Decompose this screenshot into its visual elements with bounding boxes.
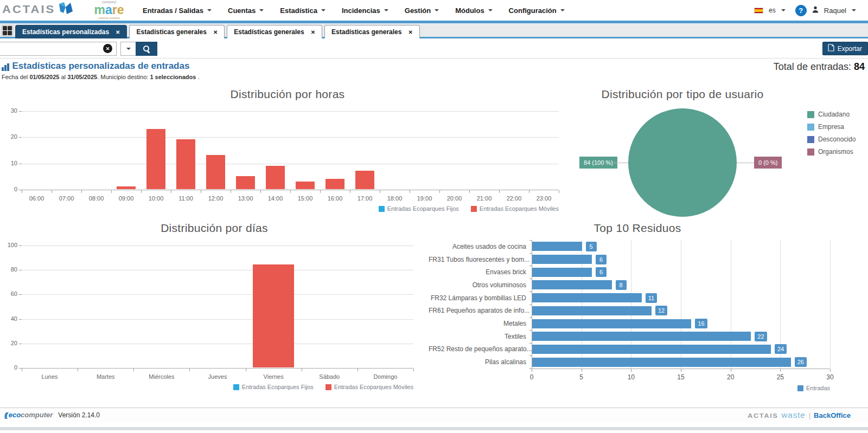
x-axis-label: 13:00 <box>231 195 260 202</box>
x-axis-tick <box>410 190 410 193</box>
y-axis-tick-label: 60 <box>1 290 17 297</box>
bar-otros-voluminosos <box>532 280 612 289</box>
y-axis-tick <box>19 137 22 138</box>
tab-close-icon[interactable] <box>116 29 120 35</box>
tab-0[interactable]: Estadísticas personalizadas <box>15 25 127 38</box>
x-axis-tick <box>582 369 582 372</box>
x-axis-tick <box>260 190 261 193</box>
chart-legend: CiudadanoEmpresaDesconocidoOrganismos <box>807 111 856 156</box>
export-pdf-icon <box>828 44 834 53</box>
menu-item-estad-stica[interactable]: Estadística <box>280 7 326 15</box>
x-axis-tick <box>81 190 82 193</box>
legend-swatch <box>807 111 814 118</box>
menu-item-cuentas[interactable]: Cuentas <box>228 7 264 15</box>
y-axis-tick <box>19 294 22 295</box>
category-label: Aceites usados de cocina <box>429 243 526 250</box>
bar-chart-icon <box>2 64 9 72</box>
x-axis-tick <box>171 190 171 193</box>
legend-swatch <box>807 148 814 156</box>
tab-close-icon[interactable] <box>311 29 315 35</box>
x-axis-label: 07:00 <box>52 195 81 202</box>
user-icon <box>812 5 819 15</box>
x-axis-label: Lunes <box>22 373 78 380</box>
x-axis-label: 18:00 <box>380 195 410 202</box>
gridline <box>22 164 559 164</box>
y-axis-tick-label: 30 <box>1 107 17 114</box>
legend-item: Entradas Ecoparques Fijos <box>379 205 459 212</box>
x-axis-tick <box>290 190 291 193</box>
language-dropdown-caret-icon[interactable] <box>781 9 786 11</box>
menu-item-configuraci-n[interactable]: Configuración <box>509 7 565 15</box>
page-title: Estadísticas personalizadas de entradas <box>12 61 190 72</box>
tab-1[interactable]: Estadísticas generales <box>129 25 225 38</box>
bar-value-label: 5 <box>586 242 597 251</box>
category-label: Envases brick <box>429 268 526 276</box>
chart-top-10-residuos: Top 10 Residuos5668111216222426051015202… <box>429 219 868 398</box>
export-button-label: Exportar <box>838 45 862 53</box>
bar-Viernes <box>253 264 293 367</box>
application-window: ACTAIS consorci mare marina residus Entr… <box>0 0 868 433</box>
legend-item-organismos: Organismos <box>807 148 856 156</box>
tab-overview-grid-icon[interactable] <box>2 25 13 36</box>
x-axis-tick <box>231 190 231 193</box>
y-axis-tick-label: 0 <box>1 186 17 192</box>
x-axis-label: Viernes <box>246 373 302 380</box>
tab-2[interactable]: Estadísticas generales <box>227 25 322 38</box>
menu-item-m-dulos[interactable]: Módulos <box>455 7 492 15</box>
mare-letter: m <box>94 3 105 17</box>
category-tick <box>529 343 532 344</box>
total-entries: Total de entradas: 84 <box>774 61 865 73</box>
actais-logo-text: ACTAIS <box>2 3 55 16</box>
user-dropdown-caret-icon[interactable] <box>852 9 856 11</box>
tab-close-icon[interactable] <box>213 29 218 35</box>
legend-label: Entradas <box>806 385 830 391</box>
bar-fr31-tubos-fluorescentes-y-bom- <box>532 255 592 264</box>
x-axis-tick <box>529 190 529 193</box>
total-entries-value: 84 <box>854 61 865 72</box>
x-axis-tick <box>350 190 350 193</box>
x-axis-tick-label: 30 <box>822 373 838 381</box>
y-axis-tick <box>19 270 22 270</box>
menu-item-entradas-salidas[interactable]: Entradas / Salidas <box>143 7 212 15</box>
legend-swatch <box>807 124 814 131</box>
x-axis-label: 15:00 <box>290 195 320 202</box>
search-button[interactable] <box>136 42 157 56</box>
menu-item-label: Entradas / Salidas <box>143 7 203 15</box>
x-axis-label: Domingo <box>358 373 413 380</box>
x-axis-label: Sábado <box>302 373 358 380</box>
legend-swatch <box>807 136 814 143</box>
x-axis-tick <box>380 190 380 193</box>
clear-search-icon[interactable] <box>103 44 112 53</box>
search-options-dropdown[interactable] <box>120 42 136 56</box>
user-name[interactable]: Raquel <box>824 7 846 15</box>
export-button[interactable]: Exportar <box>822 42 868 55</box>
x-axis-label: Miércoles <box>133 373 189 380</box>
x-axis-tick <box>141 190 142 193</box>
menu-item-label: Cuentas <box>228 7 256 15</box>
menu-caret-icon <box>384 9 388 11</box>
x-axis-tick <box>413 369 414 371</box>
legend-swatch <box>471 206 477 212</box>
search-input[interactable] <box>0 42 117 56</box>
chart-distribucion-por-dias: Distribución por días020406080100LunesMa… <box>0 219 429 398</box>
menu-item-gesti-n[interactable]: Gestión <box>405 7 439 15</box>
municipio-selected: 1 seleccionados <box>150 74 196 80</box>
tab-3[interactable]: Estadísticas generales <box>324 25 420 38</box>
x-axis-tick <box>320 190 321 193</box>
menu-item-label: Estadística <box>280 7 317 15</box>
bar-aceites-usados-de-cocina <box>532 242 582 251</box>
bar-value-label: 8 <box>616 280 627 290</box>
tab-close-icon[interactable] <box>408 29 412 35</box>
y-axis-tick-label: 80 <box>1 266 17 273</box>
menu-item-incidencias[interactable]: Incidencias <box>342 7 388 15</box>
category-label: FR52 Resto de pequeños aparato... <box>429 345 526 353</box>
category-tick <box>529 292 532 292</box>
mare-letter: r <box>112 3 117 17</box>
menu-caret-icon <box>488 9 493 11</box>
gridline <box>22 344 413 344</box>
menu-caret-icon <box>321 9 326 11</box>
bar-value-label: 26 <box>795 357 807 367</box>
category-tick <box>529 356 532 356</box>
menu-item-label: Configuración <box>509 7 557 15</box>
help-button[interactable] <box>795 5 807 16</box>
